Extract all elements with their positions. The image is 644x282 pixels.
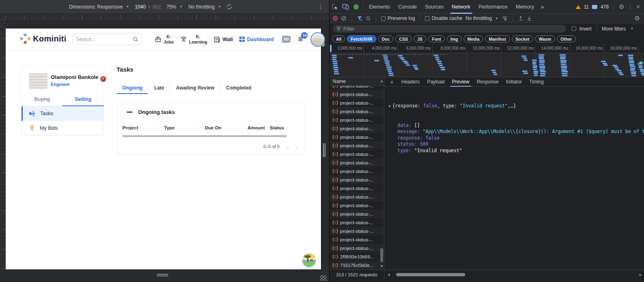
waterfall-bar[interactable] <box>532 59 537 61</box>
waterfall-bar[interactable] <box>628 55 633 56</box>
waterfall-bar[interactable] <box>614 66 618 68</box>
waterfall-bar[interactable] <box>629 60 634 62</box>
detail-tab[interactable]: Payload <box>423 77 448 87</box>
request-type-pill[interactable]: Manifest <box>485 35 510 42</box>
waterfall-bar[interactable] <box>388 72 393 74</box>
viewport-resize-handle-bottom[interactable] <box>157 274 168 276</box>
waterfall-bar[interactable] <box>532 63 536 65</box>
waterfall-bar[interactable] <box>348 57 353 59</box>
viewport-resize-handle-right[interactable] <box>323 143 325 157</box>
waterfall-bar[interactable] <box>441 69 445 70</box>
preserve-log-checkbox[interactable] <box>381 16 386 21</box>
devtools-tab[interactable]: Console <box>394 0 421 14</box>
issues-count[interactable]: 11 <box>584 4 589 10</box>
waterfall-bar[interactable] <box>539 61 545 63</box>
waterfall-bar[interactable] <box>414 67 418 68</box>
waterfall-bar[interactable] <box>617 70 622 72</box>
request-row[interactable]: project-status-... <box>330 175 384 184</box>
clear-network-log-icon[interactable] <box>341 15 347 21</box>
zoom-select[interactable]: 75% <box>167 4 183 10</box>
import-har-icon[interactable] <box>518 15 523 21</box>
detail-horizontal-scrollbar[interactable] <box>384 270 644 279</box>
nav-item-dashboard[interactable]: Dashboard <box>239 36 273 42</box>
waterfall-bar[interactable] <box>386 64 390 66</box>
export-har-icon[interactable] <box>527 15 532 21</box>
waterfall-bar[interactable] <box>436 59 440 60</box>
network-conditions-icon[interactable] <box>501 15 508 21</box>
preview-property-line[interactable]: data: [] <box>388 122 644 129</box>
side-tab[interactable]: Buying <box>22 93 63 106</box>
table-column-header[interactable]: Due On <box>199 125 242 130</box>
waterfall-bar[interactable] <box>437 61 442 62</box>
request-type-pill[interactable]: Font <box>428 35 445 42</box>
devtools-tab[interactable]: Network <box>448 0 475 14</box>
island-widget-button[interactable] <box>302 254 316 267</box>
next-page-icon[interactable] <box>296 144 298 150</box>
nav-item-wall[interactable]: Wall <box>213 36 233 43</box>
preview-property-line[interactable]: message: "App\\Models\\Work::App\\Models… <box>388 129 644 135</box>
devtools-tab[interactable]: Memory <box>512 0 538 14</box>
waterfall-bar[interactable] <box>540 69 545 71</box>
expanded-triangle-icon[interactable] <box>388 104 390 108</box>
viewport-height-field[interactable]: 802 <box>153 4 161 10</box>
waterfall-bar[interactable] <box>384 58 388 60</box>
table-horizontal-scrollbar[interactable] <box>122 135 287 137</box>
horizontal-scrollbar-thumb[interactable] <box>396 273 465 276</box>
waterfall-bar[interactable] <box>524 59 528 61</box>
waterfall-bar[interactable] <box>560 56 566 58</box>
waterfall-bar[interactable] <box>631 75 636 77</box>
waterfall-bar[interactable] <box>492 72 497 73</box>
waterfall-bar[interactable] <box>334 73 339 74</box>
preview-property-line[interactable]: type: "Invalid request" <box>388 148 644 154</box>
waterfall-bar[interactable] <box>521 55 526 57</box>
waterfall-bar[interactable] <box>612 65 617 66</box>
waterfall-bar[interactable] <box>332 59 336 60</box>
waterfall-bar[interactable] <box>560 61 566 63</box>
request-row[interactable]: project-status-... <box>330 210 384 218</box>
waterfall-bar[interactable] <box>389 74 394 76</box>
invert-filter-checkbox[interactable] <box>572 26 576 31</box>
waterfall-bar[interactable] <box>533 72 538 74</box>
search-network-icon[interactable] <box>366 16 371 21</box>
waterfall-bar[interactable] <box>533 67 537 68</box>
previous-page-icon[interactable] <box>287 144 289 150</box>
waterfall-bar[interactable] <box>406 64 410 66</box>
waterfall-bar[interactable] <box>333 67 338 68</box>
waterfall-bar[interactable] <box>388 70 392 72</box>
waterfall-bar[interactable] <box>538 56 544 58</box>
waterfall-bar[interactable] <box>385 62 390 64</box>
waterfall-bar[interactable] <box>412 65 417 66</box>
network-overview-ruler[interactable]: 2,000,000 ms4,000,000 ms6,000,000 ms8,00… <box>330 44 644 53</box>
waterfall-bar[interactable] <box>631 71 636 73</box>
preview-property-line[interactable]: status: 500 <box>388 141 644 148</box>
waterfall-bar[interactable] <box>559 54 566 56</box>
request-row[interactable]: project-status-... <box>330 184 384 192</box>
request-row[interactable]: project-status-... <box>330 235 384 244</box>
network-overview-waterfall[interactable] <box>330 53 644 77</box>
detail-tab[interactable]: Initiator <box>502 77 525 87</box>
request-row[interactable]: project-status-... <box>330 158 384 167</box>
request-type-pill[interactable]: Socket <box>512 35 533 42</box>
waterfall-bar[interactable] <box>435 57 439 58</box>
filter-funnel-icon[interactable] <box>357 15 362 21</box>
waterfall-bar[interactable] <box>539 58 544 59</box>
dimensions-select[interactable]: Dimensions: Responsive <box>69 4 129 10</box>
request-row[interactable]: project-status-... <box>330 133 384 141</box>
waterfall-bar[interactable] <box>539 66 545 67</box>
waterfall-bar[interactable] <box>562 73 568 74</box>
request-row[interactable]: project-status-... <box>330 218 384 227</box>
waterfall-bar[interactable] <box>539 60 545 61</box>
network-filter-input[interactable]: Filter <box>333 25 566 33</box>
waterfall-bar[interactable] <box>538 54 544 56</box>
chat-button[interactable] <box>282 36 291 43</box>
waterfall-bar[interactable] <box>601 61 606 62</box>
request-type-pill[interactable]: Img <box>447 35 462 42</box>
waterfall-bar[interactable] <box>630 68 635 69</box>
waterfall-bar[interactable] <box>523 57 527 59</box>
request-row[interactable]: 2f9593e10b59... <box>330 252 384 261</box>
waterfall-bar[interactable] <box>494 74 497 75</box>
scroll-right-icon[interactable] <box>639 273 642 277</box>
request-row[interactable]: project-status-... <box>330 90 384 98</box>
waterfall-bar[interactable] <box>415 68 418 70</box>
waterfall-bar[interactable] <box>332 57 337 58</box>
